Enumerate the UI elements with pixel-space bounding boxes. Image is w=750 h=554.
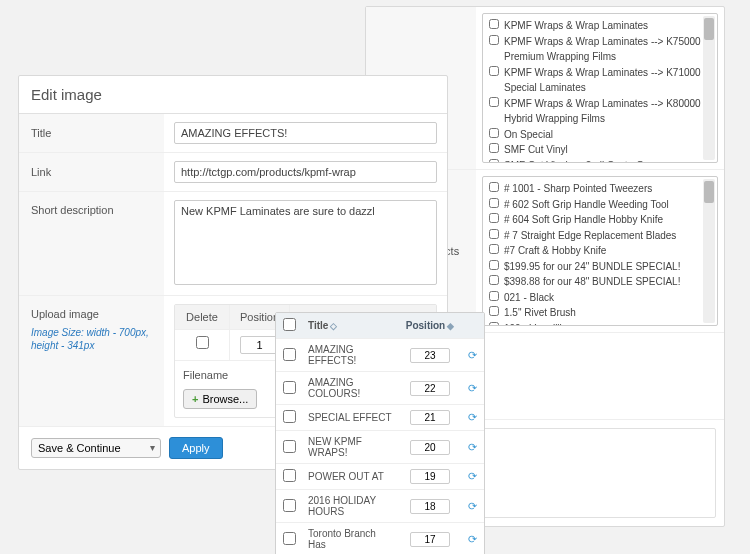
product-item[interactable]: # 604 Soft Grip Handle Hobby Knife	[489, 212, 711, 228]
refresh-icon[interactable]: ⟳	[468, 533, 477, 545]
refresh-icon[interactable]: ⟳	[468, 382, 477, 394]
select-all-checkbox[interactable]	[283, 318, 296, 331]
scroll-thumb[interactable]	[704, 18, 714, 40]
row-title[interactable]: AMAZING EFFECTS!	[302, 339, 400, 371]
product-text: # 604 Soft Grip Handle Hobby Knife	[504, 212, 663, 228]
position-input[interactable]	[240, 336, 280, 354]
category-item[interactable]: SMF Cut Vinyl	[489, 142, 711, 158]
row-title[interactable]: NEW KPMF WRAPS!	[302, 431, 400, 463]
link-input[interactable]	[174, 161, 437, 183]
product-item[interactable]: 021 - Black	[489, 290, 711, 306]
row-position-input[interactable]	[410, 410, 450, 425]
product-checkbox[interactable]	[489, 198, 499, 208]
row-checkbox[interactable]	[283, 381, 296, 394]
filename-label: Filename	[183, 369, 243, 381]
category-checkbox[interactable]	[489, 143, 499, 153]
upload-label-cell: Upload image Image Size: width - 700px, …	[19, 296, 164, 426]
category-checkbox[interactable]	[489, 19, 499, 29]
row-checkbox-cell	[276, 527, 302, 552]
product-checkbox[interactable]	[489, 229, 499, 239]
scroll-thumb[interactable]	[704, 181, 714, 203]
category-item[interactable]: KPMF Wraps & Wrap Laminates --> K71000 S…	[489, 65, 711, 96]
category-checkbox[interactable]	[489, 128, 499, 138]
category-checkbox[interactable]	[489, 97, 499, 107]
row-checkbox[interactable]	[283, 469, 296, 482]
refresh-icon[interactable]: ⟳	[468, 500, 477, 512]
product-text: # 602 Soft Grip Handle Weeding Tool	[504, 197, 669, 213]
product-item[interactable]: 100 - Vermillion	[489, 321, 711, 327]
row-position-input[interactable]	[410, 348, 450, 363]
product-item[interactable]: # 1001 - Sharp Pointed Tweezers	[489, 181, 711, 197]
table-row: Toronto Branch Has⟳	[276, 523, 484, 554]
product-item[interactable]: 1.5" Rivet Brush	[489, 305, 711, 321]
category-checkbox[interactable]	[489, 35, 499, 45]
product-item[interactable]: #7 Craft & Hobby Knife	[489, 243, 711, 259]
row-position-cell	[400, 378, 460, 399]
scrollbar[interactable]	[703, 16, 715, 160]
delete-checkbox[interactable]	[196, 336, 209, 349]
row-checkbox[interactable]	[283, 440, 296, 453]
category-checkbox[interactable]	[489, 66, 499, 76]
product-checkbox[interactable]	[489, 322, 499, 327]
refresh-icon[interactable]: ⟳	[468, 411, 477, 423]
row-position-input[interactable]	[410, 440, 450, 455]
category-checkbox[interactable]	[489, 159, 499, 164]
title-input[interactable]	[174, 122, 437, 144]
position-header-text: Position	[406, 320, 445, 331]
sort-icon: ◆	[447, 321, 454, 331]
row-checkbox-cell	[276, 343, 302, 368]
table-row: AMAZING EFFECTS!⟳	[276, 339, 484, 372]
row-title[interactable]: Toronto Branch Has	[302, 523, 400, 554]
row-checkbox-cell	[276, 435, 302, 460]
related-products-list[interactable]: # 1001 - Sharp Pointed Tweezers# 602 Sof…	[482, 176, 718, 326]
title-label: Title	[19, 114, 164, 152]
sort-icon: ◇	[330, 321, 337, 331]
product-checkbox[interactable]	[489, 306, 499, 316]
product-text: # 7 Straight Edge Replacement Blades	[504, 228, 676, 244]
row-title[interactable]: 2016 HOLIDAY HOURS	[302, 490, 400, 522]
product-checkbox[interactable]	[489, 213, 499, 223]
row-position-input[interactable]	[410, 532, 450, 547]
row-checkbox-cell	[276, 464, 302, 489]
row-checkbox[interactable]	[283, 348, 296, 361]
category-item[interactable]: SMF Cut Vinyl --> 2mil Cast - Opaque	[489, 158, 711, 164]
row-checkbox[interactable]	[283, 410, 296, 423]
refresh-icon[interactable]: ⟳	[468, 349, 477, 361]
row-checkbox[interactable]	[283, 499, 296, 512]
header-position-cell[interactable]: Position◆	[400, 317, 460, 334]
category-item[interactable]: KPMF Wraps & Wrap Laminates	[489, 18, 711, 34]
table-row: POWER OUT AT⟳	[276, 464, 484, 490]
product-item[interactable]: # 7 Straight Edge Replacement Blades	[489, 228, 711, 244]
category-item[interactable]: On Special	[489, 127, 711, 143]
row-refresh-cell: ⟳	[460, 349, 484, 362]
browse-label: Browse...	[202, 393, 248, 405]
row-position-input[interactable]	[410, 381, 450, 396]
scrollbar[interactable]	[703, 179, 715, 323]
row-position-input[interactable]	[410, 499, 450, 514]
related-categories-list[interactable]: KPMF Wraps & Wrap LaminatesKPMF Wraps & …	[482, 13, 718, 163]
product-item[interactable]: $199.95 for our 24" BUNDLE SPECIAL!	[489, 259, 711, 275]
product-checkbox[interactable]	[489, 291, 499, 301]
row-refresh-cell: ⟳	[460, 382, 484, 395]
product-item[interactable]: # 602 Soft Grip Handle Weeding Tool	[489, 197, 711, 213]
product-checkbox[interactable]	[489, 182, 499, 192]
apply-button[interactable]: Apply	[169, 437, 223, 459]
header-title-cell[interactable]: Title◇	[302, 315, 400, 336]
action-select[interactable]: Save & Continue	[31, 438, 161, 458]
product-checkbox[interactable]	[489, 260, 499, 270]
refresh-icon[interactable]: ⟳	[468, 470, 477, 482]
link-row: Link	[19, 153, 447, 192]
category-item[interactable]: KPMF Wraps & Wrap Laminates --> K80000 H…	[489, 96, 711, 127]
category-item[interactable]: KPMF Wraps & Wrap Laminates --> K75000 P…	[489, 34, 711, 65]
row-title[interactable]: POWER OUT AT	[302, 466, 400, 487]
row-checkbox[interactable]	[283, 532, 296, 545]
refresh-icon[interactable]: ⟳	[468, 441, 477, 453]
product-checkbox[interactable]	[489, 275, 499, 285]
browse-button[interactable]: + Browse...	[183, 389, 257, 409]
row-title[interactable]: SPECIAL EFFECT	[302, 407, 400, 428]
row-position-input[interactable]	[410, 469, 450, 484]
row-title[interactable]: AMAZING COLOURS!	[302, 372, 400, 404]
product-checkbox[interactable]	[489, 244, 499, 254]
desc-textarea[interactable]: New KPMF Laminates are sure to dazzl	[174, 200, 437, 285]
product-item[interactable]: $398.88 for our 48" BUNDLE SPECIAL!	[489, 274, 711, 290]
